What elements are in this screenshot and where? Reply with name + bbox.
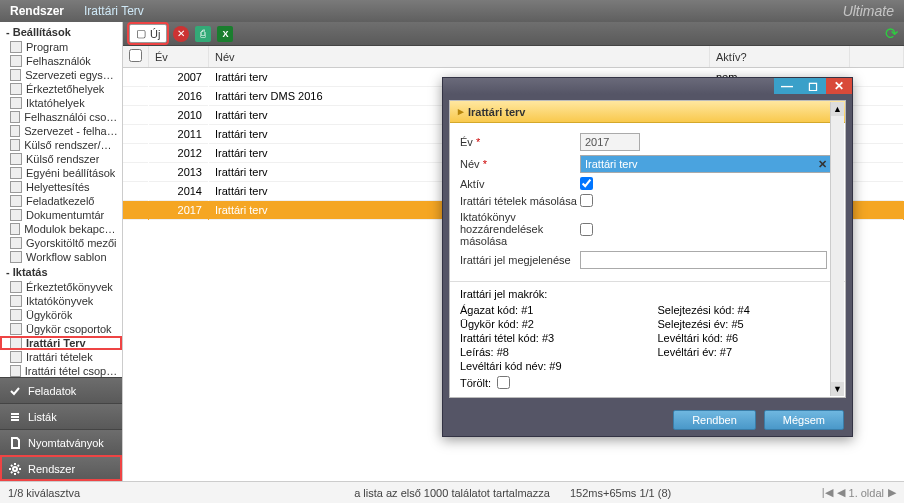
sidebar-item[interactable]: Felhasználók — [0, 54, 122, 68]
new-button[interactable]: ▢ Új — [129, 24, 167, 43]
excel-icon[interactable]: X — [217, 26, 233, 42]
macro-item: Levéltári kód: #6 — [658, 332, 836, 344]
sidebar-item-label: Irattári tételek — [26, 351, 93, 363]
col-aktiv[interactable]: Aktív? — [709, 46, 849, 68]
macro-item: Selejtezési év: #5 — [658, 318, 836, 330]
sidebar-item[interactable]: Iktatóhelyek — [0, 96, 122, 110]
aktiv-label: Aktív — [460, 178, 580, 190]
sidebar-item[interactable]: Modulok bekapcsolása — [0, 222, 122, 236]
cancel-button[interactable]: Mégsem — [764, 410, 844, 430]
list-icon — [8, 410, 22, 424]
page-first-icon[interactable]: |◀ — [822, 486, 833, 499]
iktato-checkbox[interactable] — [580, 223, 593, 236]
sidebar-panel[interactable]: Rendszer — [0, 455, 122, 481]
delete-icon[interactable]: ✕ — [173, 26, 189, 42]
tetelek-checkbox[interactable] — [580, 194, 593, 207]
minimize-icon[interactable]: — — [774, 78, 800, 94]
dialog-actions: Rendben Mégsem — [443, 404, 852, 436]
print-icon[interactable]: ⎙ — [195, 26, 211, 42]
sidebar-item-label: Szervezet - felhasználó — [24, 125, 118, 137]
torolt-checkbox[interactable] — [497, 376, 510, 389]
col-rest — [849, 46, 903, 68]
sidebar-item-label: Modulok bekapcsolása — [24, 223, 118, 235]
sidebar-item[interactable]: Irattári tételek — [0, 350, 122, 364]
sidebar-item[interactable]: Ügykörök — [0, 308, 122, 322]
maximize-icon[interactable]: ◻ — [800, 78, 826, 94]
topbar: Rendszer Irattári Terv Ultimate — [0, 0, 904, 22]
sidebar-item-icon — [10, 181, 22, 193]
sidebar-item-label: Érkeztetőkönyvek — [26, 281, 113, 293]
sidebar-panel[interactable]: Nyomtatványok — [0, 429, 122, 455]
sidebar-item-icon — [10, 323, 22, 335]
scroll-down-icon[interactable]: ▼ — [831, 382, 844, 396]
sidebar-item[interactable]: Helyettesítés — [0, 180, 122, 194]
sidebar-item-icon — [10, 195, 22, 207]
refresh-icon[interactable]: ⟳ — [885, 24, 898, 43]
aktiv-checkbox[interactable] — [580, 177, 593, 190]
sidebar-item[interactable]: Dokumentumtár — [0, 208, 122, 222]
sidebar: - BeállításokProgramFelhasználókSzerveze… — [0, 22, 123, 481]
toolbar: ▢ Új ✕ ⎙ X ⟳ — [123, 22, 904, 46]
scroll-up-icon[interactable]: ▲ — [831, 102, 844, 116]
sidebar-group[interactable]: - Beállítások — [0, 24, 122, 40]
sidebar-panel-label: Listák — [28, 411, 57, 423]
col-nev[interactable]: Név — [209, 46, 710, 68]
sidebar-item-icon — [10, 365, 21, 377]
sidebar-panel-label: Feladatok — [28, 385, 76, 397]
sidebar-item[interactable]: Egyéni beállítások — [0, 166, 122, 180]
jel-field[interactable] — [580, 251, 827, 269]
sidebar-item[interactable]: Külső rendszer — [0, 152, 122, 166]
sidebar-item-label: Ügykör csoportok — [26, 323, 112, 335]
sidebar-item[interactable]: Felhasználói csoportok — [0, 110, 122, 124]
macro-item: Selejtezési kód: #4 — [658, 304, 836, 316]
sidebar-panel-label: Rendszer — [28, 463, 75, 475]
sidebar-item[interactable]: Ügykör csoportok — [0, 322, 122, 336]
select-all-checkbox[interactable] — [129, 49, 142, 62]
sidebar-item[interactable]: Szervezeti egységek — [0, 68, 122, 82]
sidebar-item-icon — [10, 69, 21, 81]
sidebar-panel[interactable]: Listák — [0, 403, 122, 429]
sidebar-item[interactable]: Iktatókönyvek — [0, 294, 122, 308]
status-selection: 1/8 kiválasztva — [8, 487, 80, 499]
sidebar-item[interactable]: Érkeztetőhelyek — [0, 82, 122, 96]
close-icon[interactable]: ✕ — [826, 78, 852, 94]
col-ev[interactable]: Év — [149, 46, 209, 68]
col-checkbox[interactable] — [123, 46, 149, 68]
sidebar-item[interactable]: Külső rendszer/Felhasz — [0, 138, 122, 152]
page-prev-icon[interactable]: ◀ — [837, 486, 845, 499]
sidebar-item[interactable]: Szervezet - felhasználó — [0, 124, 122, 138]
sidebar-item[interactable]: Program — [0, 40, 122, 54]
macro-item: Ágazat kód: #1 — [460, 304, 638, 316]
doc-icon — [8, 436, 22, 450]
ev-field[interactable] — [580, 133, 640, 151]
sidebar-panel[interactable]: Feladatok — [0, 377, 122, 403]
sidebar-group[interactable]: - Iktatás — [0, 264, 122, 280]
nev-field[interactable] — [580, 155, 836, 173]
sidebar-item-icon — [10, 251, 22, 263]
sidebar-item-label: Workflow sablon — [26, 251, 107, 263]
clear-icon[interactable]: ✕ — [818, 158, 827, 171]
sidebar-item-label: Helyettesítés — [26, 181, 90, 193]
sidebar-item[interactable]: Workflow sablon — [0, 250, 122, 264]
sidebar-item[interactable]: Érkeztetőkönyvek — [0, 280, 122, 294]
tetelek-label: Irattári tételek másolása — [460, 195, 580, 207]
sidebar-item[interactable]: Gyorskitöltő mezői — [0, 236, 122, 250]
gear-icon — [8, 462, 22, 476]
dialog-scrollbar[interactable]: ▲ ▼ — [830, 102, 844, 396]
sidebar-item[interactable]: Feladatkezelő — [0, 194, 122, 208]
sidebar-item-label: Szervezeti egységek — [25, 69, 118, 81]
sidebar-item-label: Külső rendszer/Felhasz — [24, 139, 118, 151]
page-next-icon[interactable]: ▶ — [888, 486, 896, 499]
macros-title: Irattári jel makrók: — [460, 288, 835, 300]
sidebar-item-icon — [10, 237, 22, 249]
sidebar-panels: FeladatokListákNyomtatványokRendszer — [0, 377, 122, 481]
status-timing: 152ms+65ms 1/1 (8) — [570, 487, 671, 499]
sidebar-item[interactable]: Irattári Terv — [0, 336, 122, 350]
dialog-titlebar[interactable]: — ◻ ✕ — [443, 78, 852, 94]
dialog-title: Irattári terv — [468, 106, 525, 118]
sidebar-item-icon — [10, 83, 22, 95]
sidebar-item-label: Ügykörök — [26, 309, 72, 321]
ok-button[interactable]: Rendben — [673, 410, 756, 430]
nev-label: Név * — [460, 158, 580, 170]
sidebar-item[interactable]: Irattári tétel csoportok — [0, 364, 122, 377]
